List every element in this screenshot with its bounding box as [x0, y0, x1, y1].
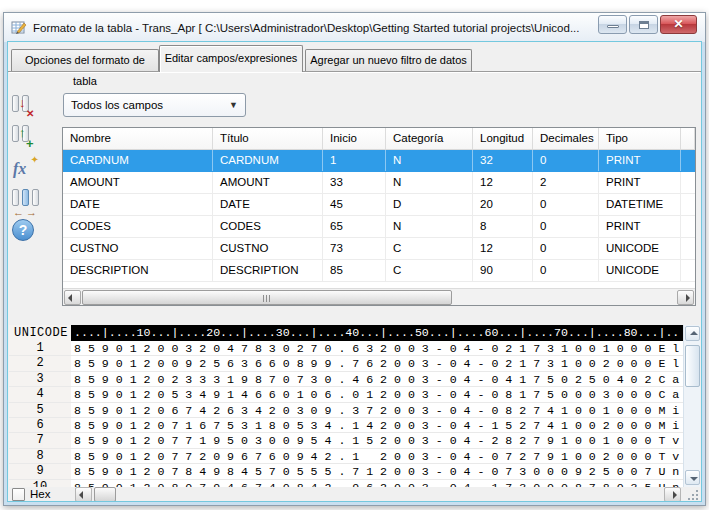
tab-label: Agregar un nuevo filtro de datos [310, 54, 467, 66]
hex-checkbox[interactable] [12, 488, 25, 501]
table-row[interactable]: DATEDATE45D200DATETIME [63, 194, 695, 216]
maximize-button[interactable] [629, 15, 658, 34]
table-cell: N [386, 216, 473, 237]
minimize-icon [607, 25, 619, 28]
hex-vscrollbar[interactable] [683, 325, 700, 487]
table-cell: DATE [213, 194, 323, 215]
thumb-grip-icon [263, 295, 271, 302]
fields-table: NombreTítuloInicioCategoríaLongitudDecim… [62, 127, 696, 306]
scroll-right-button[interactable] [677, 290, 694, 305]
hex-row-number: 3 [9, 372, 71, 386]
title-bar[interactable]: Formato de la tabla - Trans_Apr [ C:\Use… [4, 13, 705, 42]
table-cell: DATE [63, 194, 213, 215]
hex-row-text: 8 5 9 0 1 2 0 7 1 6 7 5 3 1 8 0 5 3 4 . … [71, 418, 683, 432]
table-format-dialog: Formato de la tabla - Trans_Apr [ C:\Use… [3, 12, 706, 506]
column-header[interactable]: Nombre [63, 128, 213, 149]
hex-row-text: 8 5 9 0 1 2 0 6 7 4 2 6 3 4 2 0 3 0 9 . … [71, 403, 683, 417]
column-header[interactable]: Título [213, 128, 323, 149]
delete-field-button[interactable]: ↓ ✕ [11, 94, 39, 121]
hex-row-text: 8 5 9 0 1 2 0 8 0 7 9 4 6 7 4 0 8 4 2 . … [71, 480, 683, 487]
hex-row-number: 6 [9, 418, 71, 432]
add-field-button[interactable]: ↑ + [11, 124, 39, 151]
table-cell: 65 [323, 216, 386, 237]
maximize-icon [639, 21, 649, 29]
scroll-down-button[interactable] [685, 470, 700, 485]
table-cell: DATETIME [599, 194, 681, 215]
tab-opciones-formato[interactable]: Opciones del formato de tabla [11, 49, 159, 71]
hex-row-number: 4 [9, 387, 71, 401]
hex-row: 88 5 9 0 1 2 0 7 7 2 0 9 6 7 6 0 9 4 2 .… [9, 449, 683, 464]
hex-row-number: 2 [9, 356, 71, 370]
help-button[interactable]: ? [11, 218, 39, 245]
hex-hscroll-thumb[interactable] [94, 487, 116, 501]
hex-row-text: 8 5 9 0 1 2 0 7 8 4 9 8 4 5 7 0 5 5 5 . … [71, 464, 683, 478]
expression-fx-button[interactable]: fx ✦ [11, 156, 39, 183]
table-cell: 0 [533, 260, 599, 281]
hex-row-text: 8 5 9 0 1 2 0 0 3 2 0 4 7 8 3 0 2 7 0 . … [71, 341, 683, 355]
table-cell: CODES [63, 216, 213, 237]
hex-row: 28 5 9 0 1 2 0 0 9 2 5 6 3 6 6 0 8 9 9 .… [9, 356, 683, 371]
tab-divider-highlight [9, 72, 700, 73]
hex-scroll-left-button[interactable] [75, 487, 92, 501]
triangle-down-icon [690, 477, 698, 481]
close-button[interactable]: ✕ [660, 15, 697, 34]
table-cell-filler [681, 260, 695, 281]
table-cell: DESCRIPTION [213, 260, 323, 281]
table-row[interactable]: CUSTNOCUSTNO73C120UNICODE [63, 238, 695, 260]
column-header[interactable]: Categoría [386, 128, 473, 149]
delete-x-icon: ✕ [26, 109, 34, 119]
edit-table-icon [11, 20, 27, 36]
hex-row: 48 5 9 0 1 2 0 5 3 4 9 1 4 6 6 0 1 0 6 .… [9, 387, 683, 402]
table-row[interactable]: AMOUNTAMOUNT33N122PRINT [63, 172, 695, 194]
table-cell: 0 [533, 150, 599, 171]
table-cell: N [386, 150, 473, 171]
hex-row: 108 5 9 0 1 2 0 8 0 7 9 4 6 7 4 0 8 4 2 … [9, 480, 683, 487]
triangle-up-icon [690, 331, 698, 335]
column-header[interactable]: Tipo [599, 128, 681, 149]
tab-editar-campos[interactable]: Editar campos/expresiones [159, 45, 303, 72]
table-row[interactable]: CODESCODES65N80PRINT [63, 216, 695, 238]
sparkle-icon: ✦ [31, 154, 39, 165]
table-row[interactable]: DESCRIPTIONDESCRIPTION85C900UNICODE [63, 260, 695, 282]
table-cell-filler [681, 238, 695, 259]
hex-row-text: 8 5 9 0 1 2 0 7 7 1 9 5 0 3 0 0 9 5 4 . … [71, 433, 683, 447]
arrow-down-icon: ↓ [19, 96, 26, 109]
table-cell: D [386, 194, 473, 215]
triangle-left-icon [79, 491, 83, 499]
vscroll-thumb[interactable] [685, 345, 700, 387]
hex-row-number: 10 [9, 480, 71, 487]
column-header[interactable]: Inicio [323, 128, 386, 149]
fields-filter-dropdown[interactable]: Todos los campos ▼ [63, 93, 246, 117]
hex-row: 58 5 9 0 1 2 0 6 7 4 2 6 3 4 2 0 3 0 9 .… [9, 403, 683, 418]
hex-rows: 18 5 9 0 1 2 0 0 3 2 0 4 7 8 3 0 2 7 0 .… [9, 341, 683, 487]
table-cell: CODES [213, 216, 323, 237]
fields-table-header: NombreTítuloInicioCategoríaLongitudDecim… [63, 128, 695, 150]
minimize-button[interactable] [598, 15, 627, 34]
scroll-left-button[interactable] [64, 290, 81, 305]
fields-table-hscrollbar[interactable] [63, 288, 695, 305]
table-cell: 1 [323, 150, 386, 171]
hex-row-number: 8 [9, 449, 71, 463]
table-cell: C [386, 238, 473, 259]
hex-bottom-bar: Hex [9, 487, 700, 501]
hscroll-thumb[interactable] [82, 290, 452, 305]
encoding-label: UNICODE [9, 325, 71, 341]
column-width-button[interactable]: ← → [11, 188, 39, 215]
table-row[interactable]: CARDNUMCARDNUM1N320PRINT [63, 150, 695, 172]
tab-agregar-filtro[interactable]: Agregar un nuevo filtro de datos [305, 49, 472, 71]
hex-row: 78 5 9 0 1 2 0 7 7 1 9 5 0 3 0 0 9 5 4 .… [9, 433, 683, 448]
table-cell-filler [681, 150, 695, 171]
column-header[interactable]: Decimales [533, 128, 599, 149]
table-cell: PRINT [599, 172, 681, 193]
hex-row: 68 5 9 0 1 2 0 7 1 6 7 5 3 1 8 0 5 3 4 .… [9, 418, 683, 433]
column-header[interactable]: Longitud [473, 128, 533, 149]
scroll-up-button[interactable] [685, 326, 700, 341]
chevron-down-icon: ▼ [229, 94, 238, 116]
field-bar-selected-icon [22, 189, 29, 206]
hex-row-text: 8 5 9 0 1 2 0 2 3 3 3 1 9 8 7 0 7 3 0 . … [71, 372, 683, 386]
column-header-filler [681, 128, 695, 149]
add-plus-icon: + [26, 137, 34, 150]
hex-scroll-right-button[interactable] [664, 487, 681, 501]
resize-grip-icon[interactable] [687, 489, 699, 501]
table-cell-filler [681, 194, 695, 215]
